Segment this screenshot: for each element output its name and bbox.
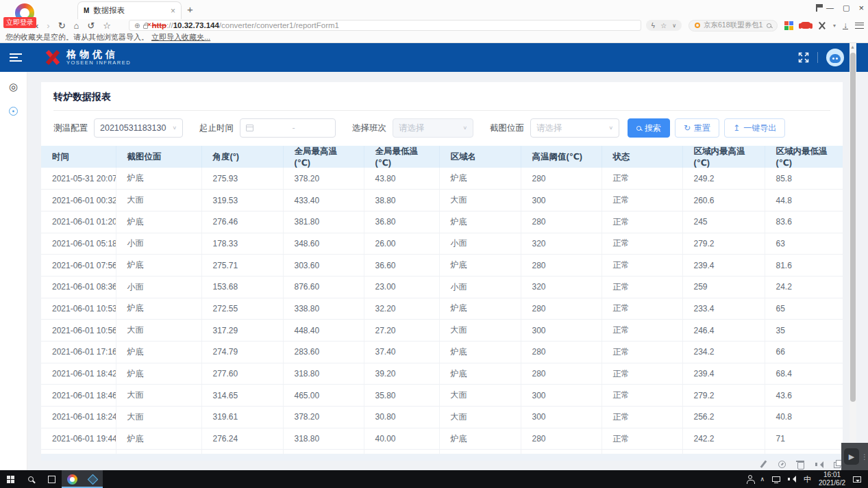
close-button[interactable]: × [858, 3, 864, 13]
url-text: http://10.32.73.144/converter/converter1… [151, 21, 339, 29]
people-icon[interactable] [748, 475, 752, 479]
sidebar-collapse-icon[interactable] [10, 53, 22, 62]
table-cell: 2021-06-01 18:46:20 [41, 385, 116, 407]
fullscreen-icon[interactable] [798, 52, 809, 63]
page-scrollbar[interactable]: ▲ [850, 43, 856, 470]
table-cell: 2021-05-31 20:07:26 [41, 168, 116, 190]
network-icon[interactable] [772, 476, 780, 482]
table-cell: 178.33 [201, 233, 283, 255]
table-cell: 32.20 [364, 298, 439, 320]
table-cell: 大面 [116, 190, 201, 211]
date-range-input[interactable]: - [240, 118, 336, 138]
login-now-badge[interactable]: 立即登录 [3, 17, 36, 28]
report-table-body: 2021-05-31 20:07:26炉底275.93378.2043.80炉底… [41, 168, 843, 454]
browser-tab[interactable]: M 数据报表 × [77, 1, 182, 19]
table-cell: 68.4 [765, 363, 843, 385]
range-label: 起止时间 [199, 123, 234, 134]
report-table: 时间截图位面角度(°)全局最高温(℃)全局最低温(℃)区域名高温阈值(℃)状态区… [41, 146, 843, 454]
mute-speaker-icon[interactable] [815, 460, 823, 469]
new-tab-button[interactable]: + [187, 3, 193, 15]
forward-icon[interactable]: › [47, 21, 49, 31]
report-card: 转炉数据报表 测温配置 20210531183130 ∨ 起止时间 - [41, 82, 843, 461]
table-cell: 27.20 [364, 320, 439, 342]
page-title: 转炉数据报表 [53, 82, 830, 103]
volume-icon[interactable] [788, 476, 796, 483]
start-button[interactable] [0, 470, 21, 488]
speed-gauge-icon[interactable] [778, 460, 786, 469]
table-row: 2021-06-01 18:42:44炉底277.60318.8039.20炉底… [41, 363, 843, 385]
title-divider [53, 110, 830, 111]
browser-menu-icon[interactable] [855, 23, 864, 29]
home-icon[interactable]: ⌂ [74, 21, 79, 31]
shift-select[interactable]: 请选择 ∨ [393, 118, 473, 138]
import-bookmarks-link[interactable]: 立即导入收藏夹... [151, 32, 210, 42]
table-cell: 炉底 [116, 428, 201, 450]
config-select[interactable]: 20210531183130 ∨ [94, 118, 183, 138]
bookmarks-bar: 您的收藏夹是空的。请从其他浏览器导入。 立即导入收藏夹... [0, 31, 868, 43]
export-button[interactable]: ↥ 一键导出 [724, 118, 785, 138]
trash-icon[interactable] [796, 460, 805, 469]
reset-button[interactable]: ↻ 重置 [675, 118, 719, 138]
site-info-icon[interactable]: ⊕ [134, 22, 140, 29]
table-cell: 276.24 [201, 428, 283, 450]
table-cell: 381.80 [283, 211, 364, 233]
tab-close-icon[interactable]: × [171, 6, 175, 16]
mini-player-popup[interactable]: ▶ ⋮ [841, 443, 868, 470]
export-button-label: 一键导出 [743, 123, 776, 134]
games-icon[interactable] [800, 22, 811, 29]
player-menu-dots-icon[interactable]: ⋮ [861, 453, 868, 461]
minimize-button[interactable]: — [826, 3, 834, 12]
screenshot-caret-icon[interactable]: ▾ [833, 23, 836, 29]
scroll-up-icon[interactable]: ▲ [850, 44, 855, 49]
maximize-button[interactable]: ▢ [843, 3, 850, 12]
system-tray: ∧ 中 16:01 2021/6/2 [748, 470, 868, 488]
search-button[interactable]: 搜索 [628, 118, 670, 138]
table-cell: 2021-06-01 00:32:52 [41, 190, 116, 211]
table-cell: 炉底 [116, 211, 201, 233]
table-cell: 炉底 [116, 363, 201, 385]
table-cell: 318.80 [283, 363, 364, 385]
table-header-row: 时间截图位面角度(°)全局最高温(℃)全局最低温(℃)区域名高温阈值(℃)状态区… [41, 146, 843, 168]
table-cell: 279.2 [682, 233, 765, 255]
table-cell: 炉底 [439, 255, 521, 277]
logo-text-en: YOSEEN INFRARED [66, 60, 131, 66]
address-bar[interactable]: ⊕ http://10.32.73.144/converter/converte… [129, 20, 641, 31]
annotate-pen-icon[interactable] [759, 460, 768, 469]
bookmark-star-icon[interactable]: ☆ [103, 21, 111, 31]
browser-search-box[interactable]: 京东618联盟券包1元抢 [689, 20, 778, 31]
table-cell: 63 [765, 233, 843, 255]
speed-mode-icon[interactable]: ϟ [652, 22, 655, 29]
table-cell: 40.8 [765, 407, 843, 428]
table-cell: 272.55 [201, 298, 283, 320]
history-icon[interactable]: ↺ [87, 21, 95, 31]
taskbar-pinned-app[interactable] [82, 470, 103, 488]
screenshot-scissors-icon[interactable] [818, 22, 826, 29]
taskbar-clock[interactable]: 16:01 2021/6/2 [819, 471, 845, 488]
site-nav-icon[interactable] [784, 21, 793, 30]
sidebar-sync-icon[interactable] [9, 107, 18, 116]
sidebar-target-icon[interactable]: ◎ [9, 81, 18, 92]
table-cell: 2021-06-01 18:24:49 [41, 407, 116, 428]
task-view-button[interactable] [41, 470, 62, 488]
user-avatar[interactable] [826, 49, 844, 66]
ime-indicator[interactable]: 中 [804, 474, 811, 485]
downloads-icon[interactable]: ↓ [843, 22, 848, 29]
config-select-value: 20210531183130 [100, 123, 166, 133]
player-icon[interactable]: ▶ [844, 448, 859, 465]
table-cell: 71 [765, 428, 843, 450]
taskbar-search-button[interactable] [21, 470, 41, 488]
table-cell: 炉底 [116, 298, 201, 320]
table-row: 2021-06-01 00:32:52大面319.53433.4038.80大面… [41, 190, 843, 211]
table-cell: 39.20 [364, 363, 439, 385]
chevron-down-icon: ∨ [608, 125, 613, 131]
plane-select[interactable]: 请选择 ∨ [530, 118, 619, 138]
chevron-down-icon[interactable]: ∨ [672, 23, 676, 29]
action-center-icon[interactable] [853, 476, 861, 483]
hidden-icons-chevron[interactable]: ∧ [760, 476, 765, 483]
refresh-icon[interactable]: ↻ [58, 21, 66, 31]
scrollbar-thumb[interactable] [850, 53, 856, 402]
feedback-icon[interactable] [816, 4, 817, 12]
favorite-star-icon[interactable]: ☆ [660, 22, 667, 29]
taskbar-browser-app[interactable] [62, 470, 82, 488]
search-icon[interactable] [767, 23, 771, 28]
